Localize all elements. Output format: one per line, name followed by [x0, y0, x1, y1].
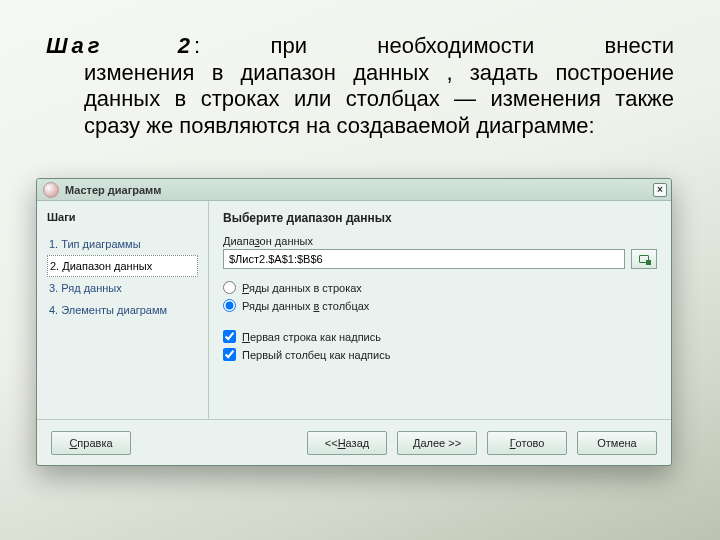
- instruction-sep: :: [194, 33, 270, 58]
- main-heading: Выберите диапазон данных: [223, 211, 657, 225]
- close-button[interactable]: ×: [653, 183, 667, 197]
- rows-radio-row[interactable]: Ряды данных в строках: [223, 281, 657, 294]
- titlebar: Мастер диаграмм ×: [37, 179, 671, 201]
- wizard-step[interactable]: 3. Ряд данных: [47, 277, 198, 299]
- finish-button[interactable]: Готово: [487, 431, 567, 455]
- close-icon: ×: [657, 185, 663, 195]
- cols-radio[interactable]: [223, 299, 236, 312]
- wizard-step[interactable]: 2. Диапазон данных: [47, 255, 198, 277]
- cancel-button[interactable]: Отмена: [577, 431, 657, 455]
- first-col-check-row[interactable]: Первый столбец как надпись: [223, 348, 657, 361]
- first-col-label: Первый столбец как надпись: [242, 349, 390, 361]
- range-label: Диапазон данных: [223, 235, 657, 247]
- first-col-checkbox[interactable]: [223, 348, 236, 361]
- dialog-title: Мастер диаграмм: [65, 184, 161, 196]
- wizard-step[interactable]: 1. Тип диаграммы: [47, 233, 198, 255]
- next-button[interactable]: Далее >>: [397, 431, 477, 455]
- first-row-label: Первая строка как надпись: [242, 331, 381, 343]
- first-row-check-row[interactable]: Первая строка как надпись: [223, 330, 657, 343]
- wizard-step[interactable]: 4. Элементы диаграмм: [47, 299, 198, 321]
- data-range-input[interactable]: [223, 249, 625, 269]
- first-row-checkbox[interactable]: [223, 330, 236, 343]
- shrink-dialog-button[interactable]: [631, 249, 657, 269]
- instruction-lead: Шаг 2: [46, 33, 194, 58]
- wizard-footer: Справка <<Назад Далее >> Готово Отмена: [37, 419, 671, 465]
- app-icon: [43, 182, 59, 198]
- wizard-sidebar: Шаги 1. Тип диаграммы 2. Диапазон данных…: [37, 201, 209, 419]
- wizard-main: Выберите диапазон данных Диапазон данных…: [209, 201, 671, 419]
- chart-wizard-dialog: Мастер диаграмм × Шаги 1. Тип диаграммы …: [36, 178, 672, 466]
- instruction-text: Шаг 2: при необходимости внести изменени…: [46, 6, 674, 167]
- wizard-steps-list: 1. Тип диаграммы 2. Диапазон данных 3. Р…: [47, 233, 198, 321]
- instruction-body-rest: изменения в диапазон данных , задать пос…: [46, 60, 674, 140]
- cols-radio-label: Ряды данных в столбцах: [242, 300, 369, 312]
- cols-radio-row[interactable]: Ряды данных в столбцах: [223, 299, 657, 312]
- instruction-body-first: при необходимости внести: [271, 33, 674, 58]
- rows-radio[interactable]: [223, 281, 236, 294]
- rows-radio-label: Ряды данных в строках: [242, 282, 362, 294]
- back-button[interactable]: <<Назад: [307, 431, 387, 455]
- help-button[interactable]: Справка: [51, 431, 131, 455]
- sidebar-heading: Шаги: [47, 211, 198, 223]
- range-picker-icon: [639, 255, 649, 263]
